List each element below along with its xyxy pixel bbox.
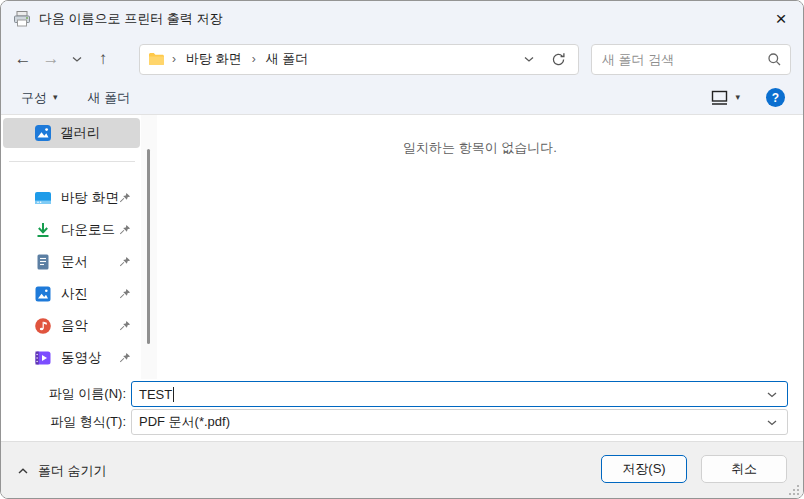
pin-icon [119,320,131,332]
window-title: 다음 이름으로 프린터 출력 저장 [39,10,759,28]
documents-icon [34,253,52,271]
sidebar-item-music[interactable]: 음악 [1,313,141,339]
address-chevron-down-icon[interactable] [523,55,535,63]
navigation-bar: ← → ↑ › 바탕 화면 › 새 폴더 [1,37,803,81]
content-area: 갤러리 바탕 화면 [1,115,803,379]
file-type-label: 파일 형식(T): [1,409,126,435]
file-name-input[interactable]: TEST [131,381,788,407]
sidebar-item-label: 바탕 화면 [61,189,119,207]
breadcrumb-separator: › [247,52,261,66]
pin-icon [119,192,131,204]
sidebar-item-gallery[interactable]: 갤러리 [3,118,140,148]
resize-grip[interactable] [789,485,799,495]
sidebar-item-label: 갤러리 [60,124,101,142]
change-view-button[interactable]: ▾ [711,90,740,106]
new-folder-button[interactable]: 새 폴더 [88,89,131,107]
file-name-value: TEST [139,387,172,402]
music-icon [34,317,52,335]
view-caret-icon: ▾ [735,93,740,102]
file-type-value: PDF 문서(*.pdf) [139,413,230,431]
pin-icon [119,288,131,300]
sidebar-item-label: 문서 [61,253,88,271]
text-cursor [173,387,174,402]
sidebar-item-label: 음악 [61,317,88,335]
desktop-icon [34,189,52,207]
organize-caret-icon: ▾ [53,93,58,102]
save-as-dialog: 다음 이름으로 프린터 출력 저장 × ← → ↑ › 바탕 화면 › 새 폴더 [0,0,804,499]
hide-folders-label: 폴더 숨기기 [38,462,107,480]
sidebar-item-label: 동영상 [61,349,102,367]
file-fields: 파일 이름(N): TEST 파일 형식(T): PDF 문서(*.pdf) [1,379,803,441]
sidebar: 갤러리 바탕 화면 [1,115,141,379]
sidebar-item-downloads[interactable]: 다운로드 [1,217,141,243]
history-chevron-down-icon[interactable] [65,44,89,74]
title-bar: 다음 이름으로 프린터 출력 저장 × [1,1,803,37]
help-button[interactable]: ? [766,88,785,107]
refresh-icon[interactable] [551,52,566,67]
address-bar[interactable]: › 바탕 화면 › 새 폴더 [139,44,579,75]
sidebar-divider [9,161,135,162]
breadcrumb: › 바탕 화면 › 새 폴더 [167,48,523,70]
sidebar-item-label: 사진 [61,285,88,303]
file-list-pane: 일치하는 항목이 없습니다. [157,115,803,379]
breadcrumb-separator: › [167,52,181,66]
sidebar-scrollbar [141,115,157,379]
pin-icon [119,224,131,236]
gallery-icon [34,124,52,142]
scrollbar-thumb[interactable] [147,149,150,344]
sidebar-item-desktop[interactable]: 바탕 화면 [1,185,141,211]
videos-icon [34,349,52,367]
forward-button[interactable]: → [37,44,65,74]
sidebar-item-documents[interactable]: 문서 [1,249,141,275]
search-box [591,44,791,75]
close-button[interactable]: × [759,1,803,37]
sidebar-item-label: 다운로드 [61,221,115,239]
file-type-select[interactable]: PDF 문서(*.pdf) [131,409,788,435]
chevron-up-icon [17,467,29,475]
save-button[interactable]: 저장(S) [601,455,687,483]
breadcrumb-desktop[interactable]: 바탕 화면 [183,48,245,70]
hide-folders-button[interactable]: 폴더 숨기기 [17,462,107,480]
sidebar-item-videos[interactable]: 동영상 [1,345,141,371]
view-icon [711,90,728,106]
file-name-label: 파일 이름(N): [1,381,126,407]
search-input[interactable] [600,51,767,68]
file-type-chevron-down-icon[interactable] [766,419,778,427]
organize-button[interactable]: 구성 ▾ [21,89,58,107]
pin-icon [119,256,131,268]
organize-label: 구성 [21,89,47,107]
cancel-button[interactable]: 취소 [701,455,787,483]
dialog-footer: 폴더 숨기기 저장(S) 취소 [1,441,803,498]
empty-message: 일치하는 항목이 없습니다. [403,140,557,155]
pictures-icon [34,285,52,303]
command-toolbar: 구성 ▾ 새 폴더 ▾ ? [1,81,803,115]
search-icon[interactable] [767,52,782,67]
breadcrumb-new-folder[interactable]: 새 폴더 [263,48,312,70]
sidebar-item-pictures[interactable]: 사진 [1,281,141,307]
back-button[interactable]: ← [9,44,37,74]
printer-icon [13,10,31,28]
folder-icon [148,52,165,66]
new-folder-label: 새 폴더 [88,89,131,107]
file-name-chevron-down-icon[interactable] [766,391,778,399]
up-button[interactable]: ↑ [89,44,117,74]
downloads-icon [34,221,52,239]
pin-icon [119,352,131,364]
